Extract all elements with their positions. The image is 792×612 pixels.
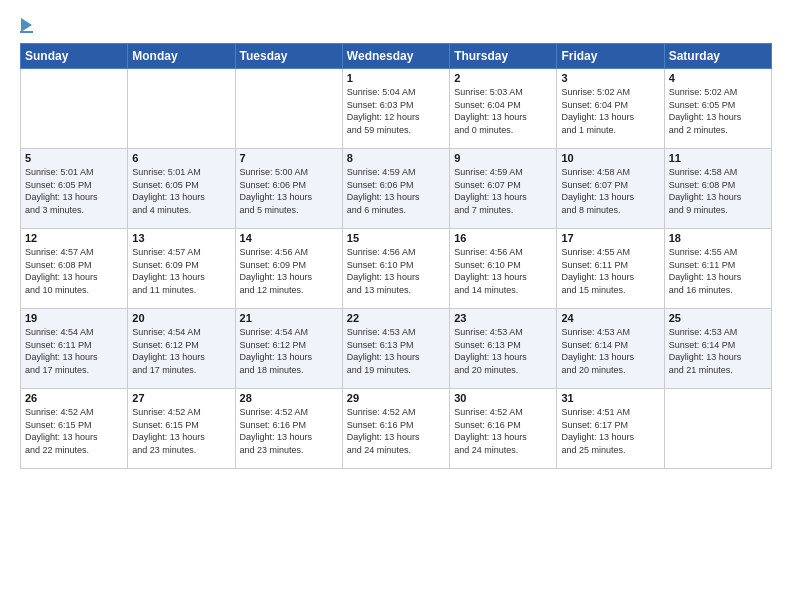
calendar-cell: 9Sunrise: 4:59 AMSunset: 6:07 PMDaylight… — [450, 149, 557, 229]
day-info: Sunrise: 4:52 AMSunset: 6:15 PMDaylight:… — [25, 406, 123, 456]
page: SundayMondayTuesdayWednesdayThursdayFrid… — [0, 0, 792, 479]
calendar-cell: 3Sunrise: 5:02 AMSunset: 6:04 PMDaylight… — [557, 69, 664, 149]
calendar-week-row: 12Sunrise: 4:57 AMSunset: 6:08 PMDayligh… — [21, 229, 772, 309]
day-info: Sunrise: 5:02 AMSunset: 6:05 PMDaylight:… — [669, 86, 767, 136]
day-number: 25 — [669, 312, 767, 324]
calendar-cell: 17Sunrise: 4:55 AMSunset: 6:11 PMDayligh… — [557, 229, 664, 309]
calendar-body: 1Sunrise: 5:04 AMSunset: 6:03 PMDaylight… — [21, 69, 772, 469]
weekday-header: Friday — [557, 44, 664, 69]
day-info: Sunrise: 5:04 AMSunset: 6:03 PMDaylight:… — [347, 86, 445, 136]
calendar-cell: 15Sunrise: 4:56 AMSunset: 6:10 PMDayligh… — [342, 229, 449, 309]
calendar-cell: 20Sunrise: 4:54 AMSunset: 6:12 PMDayligh… — [128, 309, 235, 389]
calendar-cell: 10Sunrise: 4:58 AMSunset: 6:07 PMDayligh… — [557, 149, 664, 229]
calendar-cell: 7Sunrise: 5:00 AMSunset: 6:06 PMDaylight… — [235, 149, 342, 229]
calendar-cell: 18Sunrise: 4:55 AMSunset: 6:11 PMDayligh… — [664, 229, 771, 309]
day-info: Sunrise: 4:52 AMSunset: 6:16 PMDaylight:… — [240, 406, 338, 456]
day-number: 4 — [669, 72, 767, 84]
calendar-cell: 13Sunrise: 4:57 AMSunset: 6:09 PMDayligh… — [128, 229, 235, 309]
calendar-week-row: 1Sunrise: 5:04 AMSunset: 6:03 PMDaylight… — [21, 69, 772, 149]
day-number: 8 — [347, 152, 445, 164]
day-number: 27 — [132, 392, 230, 404]
day-info: Sunrise: 4:59 AMSunset: 6:07 PMDaylight:… — [454, 166, 552, 216]
day-number: 17 — [561, 232, 659, 244]
calendar-cell: 26Sunrise: 4:52 AMSunset: 6:15 PMDayligh… — [21, 389, 128, 469]
calendar-cell: 24Sunrise: 4:53 AMSunset: 6:14 PMDayligh… — [557, 309, 664, 389]
day-number: 24 — [561, 312, 659, 324]
calendar-cell: 4Sunrise: 5:02 AMSunset: 6:05 PMDaylight… — [664, 69, 771, 149]
day-number: 23 — [454, 312, 552, 324]
day-info: Sunrise: 4:54 AMSunset: 6:12 PMDaylight:… — [132, 326, 230, 376]
logo-arrow-icon — [21, 18, 32, 32]
calendar-cell: 21Sunrise: 4:54 AMSunset: 6:12 PMDayligh… — [235, 309, 342, 389]
day-info: Sunrise: 4:57 AMSunset: 6:08 PMDaylight:… — [25, 246, 123, 296]
day-info: Sunrise: 4:57 AMSunset: 6:09 PMDaylight:… — [132, 246, 230, 296]
calendar-cell — [664, 389, 771, 469]
calendar-cell: 5Sunrise: 5:01 AMSunset: 6:05 PMDaylight… — [21, 149, 128, 229]
day-number: 20 — [132, 312, 230, 324]
weekday-header: Saturday — [664, 44, 771, 69]
day-number: 16 — [454, 232, 552, 244]
calendar-week-row: 19Sunrise: 4:54 AMSunset: 6:11 PMDayligh… — [21, 309, 772, 389]
day-number: 29 — [347, 392, 445, 404]
calendar-cell: 8Sunrise: 4:59 AMSunset: 6:06 PMDaylight… — [342, 149, 449, 229]
day-number: 26 — [25, 392, 123, 404]
day-number: 5 — [25, 152, 123, 164]
day-info: Sunrise: 5:02 AMSunset: 6:04 PMDaylight:… — [561, 86, 659, 136]
day-info: Sunrise: 4:54 AMSunset: 6:11 PMDaylight:… — [25, 326, 123, 376]
logo — [20, 18, 33, 33]
day-info: Sunrise: 5:01 AMSunset: 6:05 PMDaylight:… — [25, 166, 123, 216]
day-number: 11 — [669, 152, 767, 164]
calendar-cell: 30Sunrise: 4:52 AMSunset: 6:16 PMDayligh… — [450, 389, 557, 469]
weekday-header: Sunday — [21, 44, 128, 69]
day-info: Sunrise: 4:58 AMSunset: 6:07 PMDaylight:… — [561, 166, 659, 216]
day-info: Sunrise: 4:53 AMSunset: 6:14 PMDaylight:… — [561, 326, 659, 376]
weekday-header: Thursday — [450, 44, 557, 69]
calendar-cell: 14Sunrise: 4:56 AMSunset: 6:09 PMDayligh… — [235, 229, 342, 309]
calendar-cell: 6Sunrise: 5:01 AMSunset: 6:05 PMDaylight… — [128, 149, 235, 229]
day-info: Sunrise: 4:53 AMSunset: 6:14 PMDaylight:… — [669, 326, 767, 376]
weekday-header: Tuesday — [235, 44, 342, 69]
calendar-cell: 1Sunrise: 5:04 AMSunset: 6:03 PMDaylight… — [342, 69, 449, 149]
day-number: 1 — [347, 72, 445, 84]
day-number: 28 — [240, 392, 338, 404]
day-info: Sunrise: 4:51 AMSunset: 6:17 PMDaylight:… — [561, 406, 659, 456]
day-number: 9 — [454, 152, 552, 164]
day-info: Sunrise: 4:59 AMSunset: 6:06 PMDaylight:… — [347, 166, 445, 216]
day-number: 22 — [347, 312, 445, 324]
day-number: 7 — [240, 152, 338, 164]
day-number: 31 — [561, 392, 659, 404]
calendar-week-row: 5Sunrise: 5:01 AMSunset: 6:05 PMDaylight… — [21, 149, 772, 229]
calendar-week-row: 26Sunrise: 4:52 AMSunset: 6:15 PMDayligh… — [21, 389, 772, 469]
day-number: 12 — [25, 232, 123, 244]
day-info: Sunrise: 4:53 AMSunset: 6:13 PMDaylight:… — [347, 326, 445, 376]
logo-underline — [20, 31, 33, 33]
day-info: Sunrise: 4:55 AMSunset: 6:11 PMDaylight:… — [561, 246, 659, 296]
header — [20, 18, 772, 33]
day-info: Sunrise: 4:56 AMSunset: 6:09 PMDaylight:… — [240, 246, 338, 296]
calendar-cell: 27Sunrise: 4:52 AMSunset: 6:15 PMDayligh… — [128, 389, 235, 469]
calendar-table: SundayMondayTuesdayWednesdayThursdayFrid… — [20, 43, 772, 469]
calendar-cell: 28Sunrise: 4:52 AMSunset: 6:16 PMDayligh… — [235, 389, 342, 469]
calendar-cell: 16Sunrise: 4:56 AMSunset: 6:10 PMDayligh… — [450, 229, 557, 309]
day-number: 13 — [132, 232, 230, 244]
calendar-cell — [235, 69, 342, 149]
day-info: Sunrise: 5:00 AMSunset: 6:06 PMDaylight:… — [240, 166, 338, 216]
day-number: 2 — [454, 72, 552, 84]
calendar-cell: 31Sunrise: 4:51 AMSunset: 6:17 PMDayligh… — [557, 389, 664, 469]
calendar-cell: 2Sunrise: 5:03 AMSunset: 6:04 PMDaylight… — [450, 69, 557, 149]
calendar-cell: 29Sunrise: 4:52 AMSunset: 6:16 PMDayligh… — [342, 389, 449, 469]
calendar-cell: 23Sunrise: 4:53 AMSunset: 6:13 PMDayligh… — [450, 309, 557, 389]
weekday-header: Wednesday — [342, 44, 449, 69]
day-info: Sunrise: 4:58 AMSunset: 6:08 PMDaylight:… — [669, 166, 767, 216]
day-info: Sunrise: 5:01 AMSunset: 6:05 PMDaylight:… — [132, 166, 230, 216]
day-number: 10 — [561, 152, 659, 164]
calendar-cell — [21, 69, 128, 149]
calendar-header: SundayMondayTuesdayWednesdayThursdayFrid… — [21, 44, 772, 69]
day-number: 14 — [240, 232, 338, 244]
day-info: Sunrise: 5:03 AMSunset: 6:04 PMDaylight:… — [454, 86, 552, 136]
calendar-cell: 19Sunrise: 4:54 AMSunset: 6:11 PMDayligh… — [21, 309, 128, 389]
day-info: Sunrise: 4:52 AMSunset: 6:16 PMDaylight:… — [454, 406, 552, 456]
day-info: Sunrise: 4:54 AMSunset: 6:12 PMDaylight:… — [240, 326, 338, 376]
day-info: Sunrise: 4:52 AMSunset: 6:15 PMDaylight:… — [132, 406, 230, 456]
calendar-cell: 25Sunrise: 4:53 AMSunset: 6:14 PMDayligh… — [664, 309, 771, 389]
